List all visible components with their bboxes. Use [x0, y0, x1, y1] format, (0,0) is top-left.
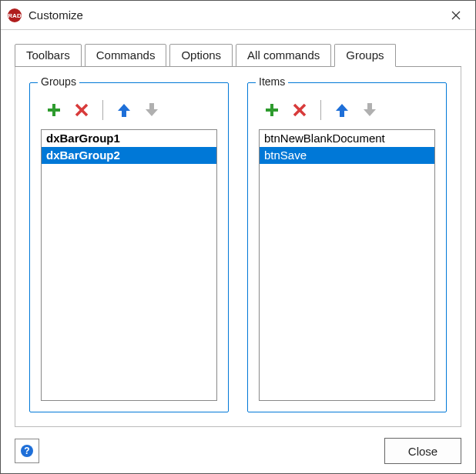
groups-listbox[interactable]: dxBarGroup1dxBarGroup2 — [41, 129, 217, 401]
groups-add-button[interactable] — [44, 100, 64, 120]
items-add-button[interactable] — [262, 100, 282, 120]
toolbar-separator — [102, 100, 103, 120]
up-arrow-icon — [334, 102, 350, 118]
groups-legend: Groups — [38, 75, 79, 88]
add-icon — [263, 102, 280, 118]
down-arrow-icon — [143, 102, 160, 118]
items-movedown-button[interactable] — [360, 100, 380, 120]
tab-commands[interactable]: Commands — [85, 44, 167, 67]
down-arrow-icon — [361, 102, 378, 118]
list-item[interactable]: dxBarGroup1 — [42, 130, 216, 147]
titlebar: RAD Customize — [1, 1, 475, 30]
items-moveup-button[interactable] — [332, 100, 352, 120]
help-icon: ? — [20, 444, 34, 458]
svg-text:?: ? — [24, 446, 29, 456]
close-button[interactable]: Close — [384, 438, 461, 464]
toolbar-separator — [320, 100, 321, 120]
list-item[interactable]: btnNewBlankDocument — [260, 130, 434, 147]
tab-panel-groups: Groups — [15, 67, 461, 427]
list-item[interactable]: btnSave — [260, 147, 434, 164]
content-area: Toolbars Commands Options All commands G… — [1, 30, 475, 473]
up-arrow-icon — [116, 102, 132, 118]
groups-groupbox: Groups — [29, 82, 229, 412]
add-icon — [45, 102, 62, 118]
items-legend: Items — [256, 75, 288, 88]
groups-delete-button[interactable] — [72, 100, 92, 120]
dialog-footer: ? Close — [15, 427, 461, 464]
items-groupbox: Items — [247, 82, 447, 412]
tabstrip: Toolbars Commands Options All commands G… — [15, 44, 461, 67]
tab-all-commands[interactable]: All commands — [236, 44, 331, 67]
tab-groups[interactable]: Groups — [334, 44, 395, 67]
groups-moveup-button[interactable] — [114, 100, 134, 120]
groups-toolbar — [41, 97, 217, 129]
delete-icon — [74, 102, 89, 118]
customize-dialog: RAD Customize Toolbars Commands Options … — [0, 0, 476, 474]
tab-options[interactable]: Options — [169, 44, 233, 67]
tab-toolbars[interactable]: Toolbars — [15, 44, 82, 67]
items-toolbar — [259, 97, 435, 129]
window-close-button[interactable] — [437, 1, 475, 30]
groups-movedown-button[interactable] — [142, 100, 162, 120]
svg-rect-5 — [48, 108, 60, 112]
items-listbox[interactable]: btnNewBlankDocumentbtnSave — [259, 129, 435, 401]
items-delete-button[interactable] — [290, 100, 310, 120]
close-icon — [451, 11, 461, 20]
svg-rect-9 — [266, 108, 278, 112]
app-icon: RAD — [7, 8, 22, 23]
window-title: Customize — [28, 8, 437, 22]
list-item[interactable]: dxBarGroup2 — [42, 147, 216, 164]
svg-text:RAD: RAD — [8, 12, 22, 19]
delete-icon — [292, 102, 307, 118]
help-button[interactable]: ? — [15, 439, 39, 463]
